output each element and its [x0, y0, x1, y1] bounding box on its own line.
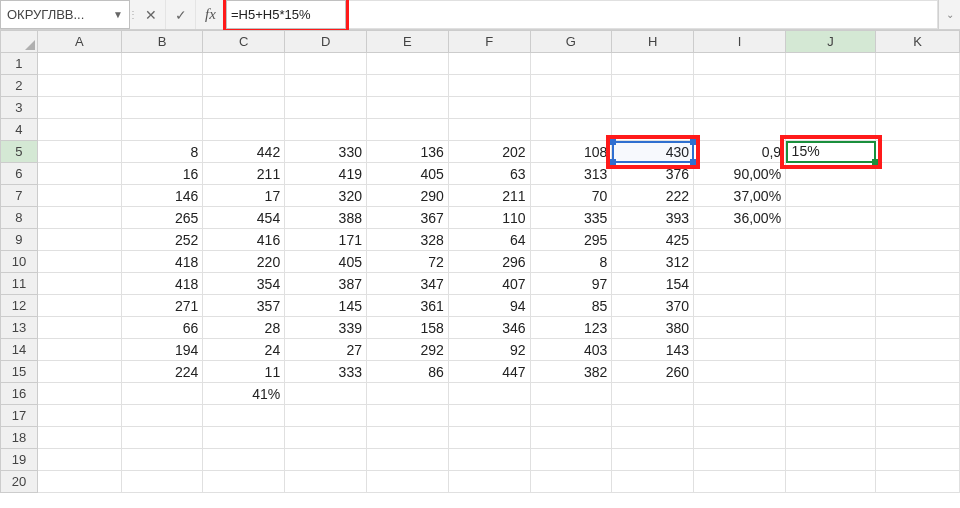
cell-K12[interactable]: [876, 295, 960, 317]
cell-J20[interactable]: [786, 471, 876, 493]
cell-B12[interactable]: 271: [121, 295, 203, 317]
cell-H12[interactable]: 370: [612, 295, 694, 317]
cell-G4[interactable]: [530, 119, 612, 141]
cell-H16[interactable]: [612, 383, 694, 405]
cell-F19[interactable]: [448, 449, 530, 471]
cell-K6[interactable]: [876, 163, 960, 185]
cell-H3[interactable]: [612, 97, 694, 119]
cell-G8[interactable]: 335: [530, 207, 612, 229]
cell-D6[interactable]: 419: [285, 163, 367, 185]
row-header-19[interactable]: 19: [1, 449, 38, 471]
cell-C2[interactable]: [203, 75, 285, 97]
cell-H4[interactable]: [612, 119, 694, 141]
cell-I8[interactable]: 36,00%: [694, 207, 786, 229]
column-header-A[interactable]: A: [37, 31, 121, 53]
cell-I10[interactable]: [694, 251, 786, 273]
cell-J9[interactable]: [786, 229, 876, 251]
cell-H2[interactable]: [612, 75, 694, 97]
cell-G15[interactable]: 382: [530, 361, 612, 383]
cell-B14[interactable]: 194: [121, 339, 203, 361]
row-header-16[interactable]: 16: [1, 383, 38, 405]
cell-F8[interactable]: 110: [448, 207, 530, 229]
row-header-4[interactable]: 4: [1, 119, 38, 141]
cell-H18[interactable]: [612, 427, 694, 449]
cell-B13[interactable]: 66: [121, 317, 203, 339]
cell-K18[interactable]: [876, 427, 960, 449]
cell-F18[interactable]: [448, 427, 530, 449]
cell-F7[interactable]: 211: [448, 185, 530, 207]
cell-H9[interactable]: 425: [612, 229, 694, 251]
cell-B20[interactable]: [121, 471, 203, 493]
cell-K16[interactable]: [876, 383, 960, 405]
cell-D8[interactable]: 388: [285, 207, 367, 229]
cell-C7[interactable]: 17: [203, 185, 285, 207]
cell-F15[interactable]: 447: [448, 361, 530, 383]
cell-F9[interactable]: 64: [448, 229, 530, 251]
cell-B19[interactable]: [121, 449, 203, 471]
cell-K8[interactable]: [876, 207, 960, 229]
formula-cancel-button[interactable]: ✕: [136, 0, 166, 29]
cell-B6[interactable]: 16: [121, 163, 203, 185]
row-header-7[interactable]: 7: [1, 185, 38, 207]
cell-C18[interactable]: [203, 427, 285, 449]
cell-G11[interactable]: 97: [530, 273, 612, 295]
formula-input-extent[interactable]: [346, 0, 938, 29]
cell-A12[interactable]: [37, 295, 121, 317]
cell-J16[interactable]: [786, 383, 876, 405]
cell-C19[interactable]: [203, 449, 285, 471]
cell-F16[interactable]: [448, 383, 530, 405]
cell-E4[interactable]: [366, 119, 448, 141]
cell-A18[interactable]: [37, 427, 121, 449]
cell-D16[interactable]: [285, 383, 367, 405]
cell-C6[interactable]: 211: [203, 163, 285, 185]
cell-D10[interactable]: 405: [285, 251, 367, 273]
cell-B18[interactable]: [121, 427, 203, 449]
row-header-5[interactable]: 5: [1, 141, 38, 163]
row-header-1[interactable]: 1: [1, 53, 38, 75]
cell-J14[interactable]: [786, 339, 876, 361]
cell-G19[interactable]: [530, 449, 612, 471]
cell-D2[interactable]: [285, 75, 367, 97]
cell-D19[interactable]: [285, 449, 367, 471]
cell-K7[interactable]: [876, 185, 960, 207]
cell-A10[interactable]: [37, 251, 121, 273]
cell-A9[interactable]: [37, 229, 121, 251]
cell-F11[interactable]: 407: [448, 273, 530, 295]
cell-F2[interactable]: [448, 75, 530, 97]
row-header-8[interactable]: 8: [1, 207, 38, 229]
cell-B3[interactable]: [121, 97, 203, 119]
row-header-2[interactable]: 2: [1, 75, 38, 97]
cell-E1[interactable]: [366, 53, 448, 75]
cell-B9[interactable]: 252: [121, 229, 203, 251]
cell-I3[interactable]: [694, 97, 786, 119]
cell-C5[interactable]: 442: [203, 141, 285, 163]
cell-G6[interactable]: 313: [530, 163, 612, 185]
cell-J17[interactable]: [786, 405, 876, 427]
row-header-3[interactable]: 3: [1, 97, 38, 119]
cell-F12[interactable]: 94: [448, 295, 530, 317]
cell-I14[interactable]: [694, 339, 786, 361]
cell-H6[interactable]: 376: [612, 163, 694, 185]
cell-C8[interactable]: 454: [203, 207, 285, 229]
cell-E16[interactable]: [366, 383, 448, 405]
cell-H17[interactable]: [612, 405, 694, 427]
cell-I17[interactable]: [694, 405, 786, 427]
cell-C11[interactable]: 354: [203, 273, 285, 295]
cell-D4[interactable]: [285, 119, 367, 141]
cell-D5[interactable]: 330: [285, 141, 367, 163]
cell-H15[interactable]: 260: [612, 361, 694, 383]
cell-E7[interactable]: 290: [366, 185, 448, 207]
cell-B11[interactable]: 418: [121, 273, 203, 295]
cell-H11[interactable]: 154: [612, 273, 694, 295]
cell-B5[interactable]: 8: [121, 141, 203, 163]
cell-I19[interactable]: [694, 449, 786, 471]
cell-C12[interactable]: 357: [203, 295, 285, 317]
column-header-C[interactable]: C: [203, 31, 285, 53]
cell-K19[interactable]: [876, 449, 960, 471]
cell-D3[interactable]: [285, 97, 367, 119]
cell-G7[interactable]: 70: [530, 185, 612, 207]
cell-I16[interactable]: [694, 383, 786, 405]
cell-D13[interactable]: 339: [285, 317, 367, 339]
cell-H19[interactable]: [612, 449, 694, 471]
cell-H8[interactable]: 393: [612, 207, 694, 229]
